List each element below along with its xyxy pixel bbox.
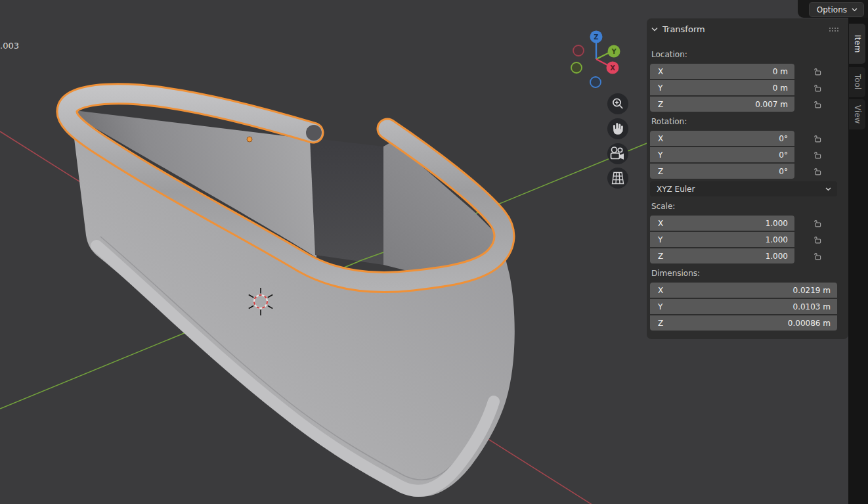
rotation-y-lock[interactable] xyxy=(811,147,823,162)
camera-view-button[interactable] xyxy=(607,143,628,164)
axis-label: Z xyxy=(650,100,663,109)
unlock-icon xyxy=(812,133,822,143)
tab-item-label: Item xyxy=(853,35,862,53)
object-name-label: .003 xyxy=(0,41,19,51)
field-value: 0 m xyxy=(773,67,794,76)
axis-label: X xyxy=(650,219,663,228)
gizmo-x-label: X xyxy=(610,64,615,72)
scale-y-field[interactable]: Y 1.000 xyxy=(650,232,794,247)
sidebar-tab-column: Item Tool View xyxy=(848,18,868,504)
dimensions-z-field[interactable]: Z 0.00086 m xyxy=(650,315,837,331)
rotation-mode-value: XYZ Euler xyxy=(650,185,695,194)
tab-view[interactable]: View xyxy=(849,99,865,129)
scale-section-label: Scale: xyxy=(651,202,675,211)
field-value: 1.000 xyxy=(766,252,794,261)
unlock-icon xyxy=(812,251,822,261)
location-x-lock[interactable] xyxy=(811,64,823,79)
gizmo-z-label: Z xyxy=(594,34,598,41)
viewport-nav-buttons xyxy=(607,93,628,189)
field-value: 0.0219 m xyxy=(793,286,838,295)
unlock-icon xyxy=(812,83,822,93)
field-value: 0° xyxy=(779,167,794,176)
options-button-label: Options xyxy=(817,5,847,14)
location-z-field[interactable]: Z 0.007 m xyxy=(650,97,794,112)
field-value: 0.00086 m xyxy=(788,319,837,328)
field-value: 0° xyxy=(779,134,794,143)
gizmo-neg-x-ball[interactable] xyxy=(573,45,584,56)
blender-viewport-screenshot: { "viewport": { "object_name": ".003", "… xyxy=(0,0,868,504)
axis-label: Y xyxy=(650,83,662,93)
dimensions-section-label: Dimensions: xyxy=(651,269,700,278)
pan-button[interactable] xyxy=(607,118,628,139)
axis-label: X xyxy=(650,286,663,295)
axis-label: X xyxy=(650,67,663,76)
unlock-icon xyxy=(812,66,822,76)
dimensions-y-field[interactable]: Y 0.0103 m xyxy=(650,299,837,314)
transform-panel: Transform Location: X 0 m Y 0 m Z 0.007 … xyxy=(647,18,848,339)
unlock-icon xyxy=(812,150,822,160)
unlock-icon xyxy=(812,235,822,244)
axis-label: Y xyxy=(650,235,662,244)
location-z-lock[interactable] xyxy=(811,97,823,112)
chevron-down-icon xyxy=(852,8,857,12)
orientation-gizmo[interactable]: Z Y X xyxy=(571,31,620,88)
scale-x-field[interactable]: X 1.000 xyxy=(650,216,794,231)
axis-label: Z xyxy=(650,319,663,328)
field-value: 1.000 xyxy=(766,235,794,244)
chevron-down-icon xyxy=(825,187,831,191)
location-y-lock[interactable] xyxy=(811,80,823,95)
gizmo-neg-y-ball[interactable] xyxy=(571,62,582,73)
scale-x-lock[interactable] xyxy=(811,216,823,231)
panel-collapse-chevron-icon[interactable] xyxy=(651,27,658,32)
tab-view-label: View xyxy=(853,105,862,124)
dimensions-x-field[interactable]: X 0.0219 m xyxy=(650,283,837,298)
field-value: 0.0103 m xyxy=(793,302,838,311)
slot-shadow-panel xyxy=(310,138,383,265)
tube-end-cap xyxy=(306,125,322,141)
options-button[interactable]: Options xyxy=(809,2,864,17)
scale-y-lock[interactable] xyxy=(811,232,823,247)
unlock-icon xyxy=(812,218,822,228)
toggle-perspective-button[interactable] xyxy=(607,168,628,189)
axis-label: Z xyxy=(650,252,663,261)
zoom-button[interactable] xyxy=(607,93,628,114)
rotation-section-label: Rotation: xyxy=(651,117,687,126)
panel-drag-handle[interactable] xyxy=(829,28,838,32)
rotation-x-field[interactable]: X 0° xyxy=(650,131,794,146)
scale-z-lock[interactable] xyxy=(811,248,823,263)
axis-label: Z xyxy=(650,167,663,176)
location-section-label: Location: xyxy=(651,50,687,59)
tab-tool[interactable]: Tool xyxy=(849,67,865,97)
transform-panel-header[interactable]: Transform xyxy=(651,24,705,34)
field-value: 1.000 xyxy=(766,219,794,228)
location-y-field[interactable]: Y 0 m xyxy=(650,80,794,95)
rotation-z-field[interactable]: Z 0° xyxy=(650,164,794,179)
rotation-x-lock[interactable] xyxy=(811,131,823,146)
gizmo-neg-z-ball[interactable] xyxy=(590,77,601,87)
rotation-y-field[interactable]: Y 0° xyxy=(650,147,794,162)
gizmo-y-label: Y xyxy=(611,48,617,55)
rotation-mode-dropdown[interactable]: XYZ Euler xyxy=(650,181,837,196)
location-x-field[interactable]: X 0 m xyxy=(650,64,794,79)
axis-label: Y xyxy=(650,150,662,160)
axis-label: X xyxy=(650,134,663,143)
unlock-icon xyxy=(812,99,822,109)
panel-title: Transform xyxy=(662,24,705,34)
field-value: 0.007 m xyxy=(755,100,794,109)
scale-z-field[interactable]: Z 1.000 xyxy=(650,248,794,263)
viewport-header-strip: Options xyxy=(798,0,868,18)
object-origin-dot xyxy=(247,137,252,142)
tab-item[interactable]: Item xyxy=(849,24,865,64)
tab-tool-label: Tool xyxy=(853,74,862,90)
field-value: 0 m xyxy=(773,83,794,93)
rotation-z-lock[interactable] xyxy=(811,164,823,179)
axis-label: Y xyxy=(650,302,662,311)
unlock-icon xyxy=(812,166,822,176)
field-value: 0° xyxy=(779,150,794,160)
